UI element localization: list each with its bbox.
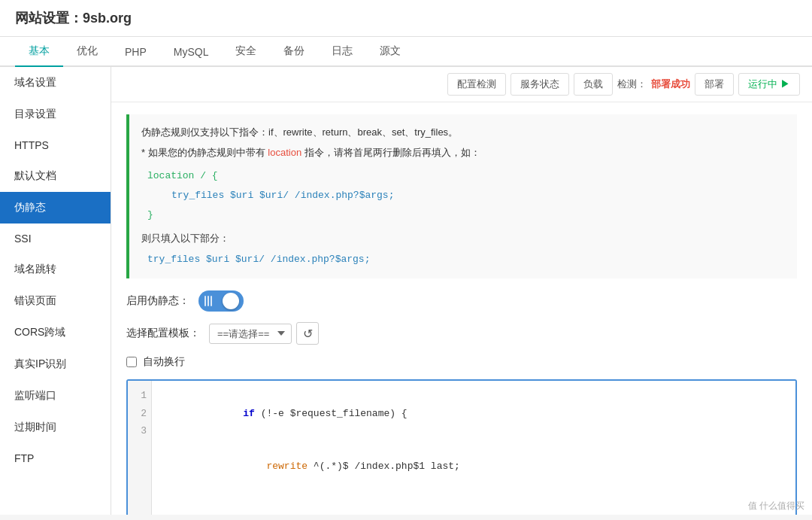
auto-wrap-label: 自动换行 (143, 355, 185, 369)
info-line1: 伪静态规则仅支持以下指令：if、rewrite、return、break、set… (141, 123, 785, 141)
sidebar-item-real-ip[interactable]: 真实IP识别 (0, 348, 111, 380)
tab-backup[interactable]: 备份 (270, 37, 318, 67)
tab-mysql[interactable]: MySQL (160, 38, 223, 67)
sidebar-item-dir[interactable]: 目录设置 (0, 99, 111, 130)
template-select[interactable]: ==请选择== (209, 324, 292, 344)
sidebar-item-domain-redirect[interactable]: 域名跳转 (0, 254, 111, 285)
line-numbers: 1 2 3 (128, 381, 152, 515)
sidebar-item-cors[interactable]: CORS跨域 (0, 317, 111, 348)
sidebar-item-expire-time[interactable]: 过期时间 (0, 412, 111, 443)
auto-wrap-row: 自动换行 (126, 355, 797, 369)
sidebar-item-error-page[interactable]: 错误页面 (0, 285, 111, 317)
tab-source[interactable]: 源文 (366, 37, 414, 67)
line-num-2: 2 (132, 405, 147, 422)
page-title: 网站设置：9sb.org (15, 9, 797, 27)
page-header: 网站设置：9sb.org (0, 0, 812, 37)
line-num-3: 3 (132, 422, 147, 439)
sidebar-item-default-doc[interactable]: 默认文档 (0, 160, 111, 192)
toggle-knob (223, 293, 239, 309)
running-button[interactable]: 运行中 ▶ (738, 73, 800, 96)
code-line-1: if (!-e $request_filename) { (161, 387, 786, 439)
sidebar-item-domain[interactable]: 域名设置 (0, 67, 111, 99)
template-label: 选择配置模板： (126, 327, 200, 340)
sidebar-item-pseudo-static[interactable]: 伪静态 (0, 192, 111, 224)
watermark: 值 什么值得买 (748, 500, 804, 512)
load-button[interactable]: 负载 (574, 73, 613, 96)
code-area[interactable]: if (!-e $request_filename) { rewrite ^(.… (152, 381, 795, 515)
select-wrapper: ==请选择== ↺ (209, 322, 319, 345)
config-check-button[interactable]: 配置检测 (447, 73, 506, 96)
enable-row: 启用伪静态： (126, 290, 797, 312)
auto-wrap-checkbox[interactable] (126, 357, 137, 367)
sidebar: 域名设置 目录设置 HTTPS 默认文档 伪静态 SSI 域名跳转 错误页面 C… (0, 67, 111, 515)
info-line2-text2: 指令，请将首尾两行删除后再填入，如： (301, 147, 480, 158)
layout: 域名设置 目录设置 HTTPS 默认文档 伪静态 SSI 域名跳转 错误页面 C… (0, 67, 812, 515)
deploy-button[interactable]: 部署 (695, 73, 734, 96)
tab-php[interactable]: PHP (111, 38, 160, 67)
sidebar-item-monitor-port[interactable]: 监听端口 (0, 380, 111, 412)
code-b1-l2: try_files $uri $uri/ /index.php?$args; (147, 186, 785, 205)
info-line3: 则只填入以下部分： (141, 230, 785, 247)
main-content: 配置检测 服务状态 负载 检测： 部署成功 部署 运行中 ▶ 伪静态规则仅支持以… (111, 67, 812, 515)
sidebar-item-ftp[interactable]: FTP (0, 443, 111, 473)
enable-label: 启用伪静态： (126, 294, 189, 308)
code-editor[interactable]: 1 2 3 if (!-e $request_filename) { rewri… (126, 379, 797, 515)
sidebar-item-https[interactable]: HTTPS (0, 130, 111, 160)
code-line-2: rewrite ^(.*)$ /index.php$1 last; (161, 439, 786, 492)
info-line2-text: * 如果您的伪静态规则中带有 (141, 147, 268, 158)
toggle-lines (205, 296, 212, 306)
tab-security[interactable]: 安全 (222, 37, 270, 67)
code-block2: try_files $uri $uri/ /index.php?$args; (141, 250, 785, 269)
tab-optimize[interactable]: 优化 (63, 37, 111, 67)
check-label: 检测： (617, 78, 647, 91)
service-status-button[interactable]: 服务状态 (511, 73, 569, 96)
top-toolbar: 配置检测 服务状态 负载 检测： 部署成功 部署 运行中 ▶ (111, 67, 812, 102)
sidebar-item-ssi[interactable]: SSI (0, 224, 111, 254)
top-tabs-bar: 基本 优化 PHP MySQL 安全 备份 日志 源文 (0, 37, 812, 67)
tab-basic[interactable]: 基本 (15, 37, 63, 67)
content-body: 伪静态规则仅支持以下指令：if、rewrite、return、break、set… (111, 102, 812, 515)
code-line-3: } (161, 493, 786, 515)
info-line2: * 如果您的伪静态规则中带有 location 指令，请将首尾两行删除后再填入，… (141, 144, 785, 161)
code-b1-l3: } (147, 205, 785, 225)
location-keyword: location (268, 147, 301, 158)
line-num-1: 1 (132, 387, 147, 404)
refresh-button[interactable]: ↺ (296, 322, 319, 345)
code-b1-l1: location / { (147, 166, 785, 186)
code-editor-inner: 1 2 3 if (!-e $request_filename) { rewri… (128, 381, 795, 515)
tab-log[interactable]: 日志 (318, 37, 366, 67)
toggle-switch[interactable] (198, 290, 244, 312)
info-box: 伪静态规则仅支持以下指令：if、rewrite、return、break、set… (126, 114, 797, 278)
code-block1: location / { try_files $uri $uri/ /index… (141, 166, 785, 225)
deploy-success-badge: 部署成功 (651, 78, 690, 91)
template-row: 选择配置模板： ==请选择== ↺ (126, 322, 797, 345)
